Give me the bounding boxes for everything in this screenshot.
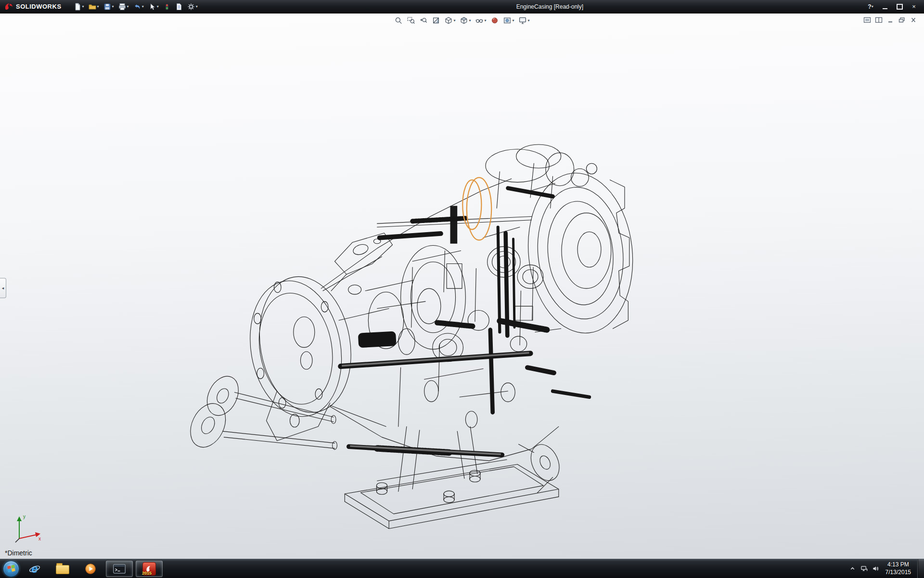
orientation-label: *Dimetric bbox=[5, 549, 32, 557]
rebuild-button[interactable] bbox=[162, 1, 172, 13]
glasses-icon bbox=[475, 16, 483, 25]
new-document-button[interactable]: ▾ bbox=[72, 1, 86, 13]
minimize-icon bbox=[883, 8, 887, 9]
minimize-button[interactable] bbox=[879, 2, 891, 11]
dropdown-arrow-icon: ▾ bbox=[528, 19, 530, 23]
split-view-icon bbox=[875, 17, 883, 23]
headsup-view-toolbar: ▾ ▾ ▾ ▾ bbox=[394, 16, 530, 25]
zoom-to-area-button[interactable] bbox=[406, 16, 415, 25]
file-properties-button[interactable] bbox=[174, 1, 184, 13]
view-orientation-button[interactable]: ▾ bbox=[444, 16, 456, 25]
select-cursor-icon bbox=[148, 3, 156, 11]
document-close-icon bbox=[910, 17, 917, 23]
chevron-up-icon bbox=[849, 565, 856, 572]
taskbar-item-solidworks-2015[interactable]: 2015 bbox=[136, 561, 163, 577]
window-controls: ? ▾ × bbox=[864, 2, 924, 11]
save-icon bbox=[103, 3, 111, 11]
system-tray: 4:13 PM 7/13/2015 bbox=[849, 559, 924, 578]
display-style-button[interactable]: ▾ bbox=[459, 16, 471, 25]
hide-show-items-button[interactable]: ▾ bbox=[475, 16, 487, 25]
undo-button[interactable]: ▾ bbox=[132, 1, 145, 13]
print-button[interactable]: ▾ bbox=[117, 1, 130, 13]
new-document-icon bbox=[74, 3, 81, 11]
taskbar-item-internet-explorer[interactable]: e bbox=[22, 560, 47, 578]
dassault-logo-icon bbox=[4, 2, 13, 11]
open-button[interactable]: ▾ bbox=[87, 1, 101, 13]
document-restore-button[interactable] bbox=[898, 17, 906, 23]
restore-button[interactable] bbox=[893, 2, 906, 11]
document-minimize-icon bbox=[886, 17, 894, 23]
zoom-to-fit-button[interactable] bbox=[394, 16, 403, 25]
triad-x-label: x bbox=[38, 536, 41, 541]
folder-icon bbox=[56, 565, 69, 574]
engine-casing-wireframe[interactable] bbox=[184, 144, 641, 529]
dropdown-arrow-icon: ▾ bbox=[196, 5, 198, 9]
titlebar: SOLIDWORKS ▾ ▾ ▾ bbox=[0, 0, 924, 13]
model-canvas[interactable] bbox=[0, 13, 924, 559]
collapse-arrow-icon: ◂ bbox=[2, 286, 4, 290]
command-prompt-icon bbox=[113, 564, 126, 574]
document-close-button[interactable] bbox=[910, 17, 917, 23]
document-restore-icon bbox=[898, 17, 906, 23]
section-view-icon bbox=[432, 16, 440, 25]
dropdown-arrow-icon: ▾ bbox=[872, 5, 873, 9]
edit-appearance-button[interactable] bbox=[490, 16, 500, 25]
media-player-icon bbox=[85, 563, 96, 575]
fullscreen-icon bbox=[863, 17, 871, 23]
solidworks-app-icon: 2015 bbox=[142, 562, 156, 576]
file-properties-icon bbox=[175, 3, 183, 11]
help-button[interactable]: ? ▾ bbox=[864, 2, 877, 11]
select-button[interactable]: ▾ bbox=[147, 1, 160, 13]
network-monitor-icon bbox=[860, 565, 868, 572]
window-title: EngineCasing [Read-only] bbox=[516, 3, 583, 10]
selected-edge-highlight[interactable] bbox=[462, 178, 491, 240]
options-button[interactable]: ▾ bbox=[186, 1, 199, 13]
split-view-button[interactable] bbox=[875, 17, 883, 23]
open-folder-icon bbox=[89, 3, 96, 11]
taskbar-item-media-player[interactable] bbox=[78, 560, 103, 578]
appearance-sphere-icon bbox=[491, 16, 499, 25]
shaft-highlights bbox=[342, 353, 529, 454]
document-window-controls bbox=[863, 17, 917, 23]
collapsed-panel-tab[interactable]: ◂ bbox=[0, 278, 6, 298]
previous-view-button[interactable] bbox=[419, 16, 428, 25]
show-desktop-button[interactable] bbox=[917, 559, 924, 578]
dropdown-arrow-icon: ▾ bbox=[453, 19, 455, 23]
dropdown-arrow-icon: ▾ bbox=[142, 5, 144, 9]
apply-scene-icon bbox=[503, 16, 512, 25]
save-button[interactable]: ▾ bbox=[102, 1, 116, 13]
ie-orbit-icon bbox=[28, 563, 41, 575]
menubar-toolbar: ▾ ▾ ▾ ▾ ▾ bbox=[72, 1, 199, 13]
apply-scene-button[interactable]: ▾ bbox=[503, 16, 515, 25]
dropdown-arrow-icon: ▾ bbox=[82, 5, 84, 9]
speaker-icon bbox=[872, 565, 879, 572]
close-icon: × bbox=[912, 3, 916, 10]
network-status-icon[interactable] bbox=[860, 565, 868, 572]
options-gear-icon bbox=[187, 3, 195, 11]
start-button[interactable] bbox=[3, 561, 19, 577]
taskbar-item-file-explorer[interactable] bbox=[50, 560, 75, 578]
document-minimize-button[interactable] bbox=[886, 17, 894, 23]
view-settings-button[interactable]: ▾ bbox=[518, 16, 530, 25]
triad-y-label: y bbox=[23, 514, 26, 519]
windows-flag-icon bbox=[7, 565, 15, 573]
clock-date: 7/13/2015 bbox=[886, 569, 911, 577]
close-button[interactable]: × bbox=[908, 2, 920, 11]
shafts-and-springs[interactable] bbox=[341, 188, 590, 455]
app-name: SOLIDWORKS bbox=[16, 3, 62, 10]
taskbar-item-command-prompt[interactable] bbox=[106, 561, 133, 577]
display-style-cube-icon bbox=[460, 16, 468, 25]
dropdown-arrow-icon: ▾ bbox=[513, 19, 514, 23]
section-view-button[interactable] bbox=[431, 16, 440, 25]
taskbar-clock[interactable]: 4:13 PM 7/13/2015 bbox=[886, 561, 911, 576]
reference-triad: y x bbox=[12, 511, 45, 544]
dropdown-arrow-icon: ▾ bbox=[157, 5, 159, 9]
fullscreen-button[interactable] bbox=[863, 17, 871, 23]
undo-icon bbox=[133, 3, 141, 11]
view-orientation-cube-icon bbox=[444, 16, 452, 25]
restore-icon bbox=[897, 4, 903, 10]
solidworks-logo: SOLIDWORKS bbox=[4, 2, 62, 11]
graphics-area[interactable]: ▾ ▾ ▾ ▾ bbox=[0, 13, 924, 559]
hidden-icons-button[interactable] bbox=[849, 565, 856, 572]
volume-icon[interactable] bbox=[872, 565, 879, 572]
